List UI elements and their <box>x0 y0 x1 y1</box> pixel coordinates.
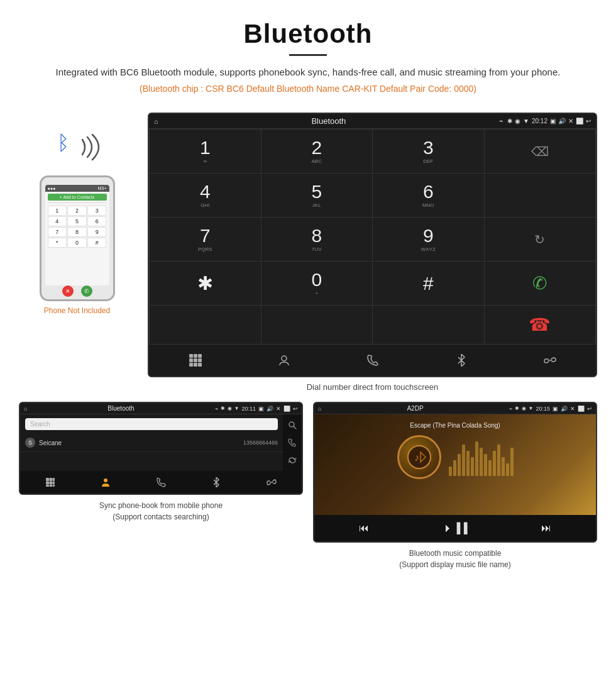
dial-window-icon[interactable]: ⬜ <box>576 118 583 124</box>
bluetooth-info: (Bluetooth chip : CSR BC6 Default Blueto… <box>13 84 603 94</box>
dial-close-icon[interactable]: ✕ <box>568 118 573 124</box>
music-next-btn[interactable]: ⏭ <box>534 520 559 536</box>
svg-rect-5 <box>198 358 202 362</box>
music-caption: Bluetooth music compatible (Support disp… <box>399 548 510 570</box>
dial-key-7[interactable]: 7 PQRS <box>150 218 261 261</box>
dial-key-6[interactable]: 6 MNO <box>373 174 484 217</box>
music-loc-icon: ◉ <box>522 406 526 411</box>
svg-rect-7 <box>194 363 197 367</box>
svg-rect-3 <box>189 358 193 362</box>
music-camera-icon[interactable]: ▣ <box>553 406 558 412</box>
dial-key-4[interactable]: 4 GHI <box>150 174 261 217</box>
dial-keypad-grid: 1 ∞ 2 ABC 3 DEF ⌫ 4 GHI <box>149 129 596 345</box>
pb-window-icon[interactable]: ⬜ <box>283 406 290 412</box>
dial-status-icons: ✱ ◉ ▼ 20:12 ▣ 🔊 ✕ ⬜ ↩ <box>507 118 591 124</box>
music-time: 20:15 <box>536 406 550 412</box>
phonebook-side-icons <box>283 414 302 471</box>
svg-rect-0 <box>189 354 193 358</box>
dial-bottom-contact-icon[interactable] <box>240 350 327 371</box>
dial-bottom-bluetooth-icon[interactable] <box>417 350 505 371</box>
music-play-pause-btn[interactable]: ⏵▐▐ <box>436 520 475 536</box>
pb-vol-icon[interactable]: 🔊 <box>267 406 273 412</box>
dial-screen: ⌂ Bluetooth ⌁ ✱ ◉ ▼ 20:12 ▣ 🔊 ✕ ⬜ ↩ <box>148 113 597 377</box>
dial-statusbar: ⌂ Bluetooth ⌁ ✱ ◉ ▼ 20:12 ▣ 🔊 ✕ ⬜ ↩ <box>149 114 596 129</box>
visualizer-bar <box>497 445 500 476</box>
music-container: ⌂ A2DP ⌁ ✱ ◉ ▼ 20:15 ▣ 🔊 ✕ ⬜ ↩ Escape (T… <box>313 402 597 570</box>
dial-volume-icon[interactable]: 🔊 <box>558 118 566 124</box>
phone-key-1: 1 <box>48 206 67 216</box>
reload-icon: ↻ <box>534 232 545 247</box>
pb-bottom-contact-active-icon[interactable] <box>78 475 133 490</box>
music-close-icon[interactable]: ✕ <box>570 406 575 412</box>
dial-key-star[interactable]: ✱ <box>150 262 261 305</box>
pb-usb-icon: ⌁ <box>215 406 218 412</box>
music-vol-icon[interactable]: 🔊 <box>561 406 568 412</box>
contact-entry-seicane[interactable]: S Seicane 13566664466 <box>20 434 283 452</box>
dial-cell-call-red[interactable]: ☎ <box>485 306 596 344</box>
pb-home-icon[interactable]: ⌂ <box>24 406 27 412</box>
visualizer-bar <box>488 460 492 476</box>
dial-cell-call-green[interactable]: ✆ <box>485 262 596 305</box>
pb-title: Bluetooth <box>30 405 212 412</box>
phone-section: ᛒ ●●●M3+ + Add to Contacts 1 2 3 4 <box>19 113 135 315</box>
dial-caption: Dial number direct from touchscreen <box>148 382 597 392</box>
visualizer-bar <box>510 448 514 476</box>
dial-usb-icon: ⌁ <box>499 117 503 125</box>
phone-key-5: 5 <box>67 216 87 226</box>
music-prev-btn[interactable]: ⏮ <box>351 520 377 536</box>
pb-bottom-phone-icon[interactable] <box>133 475 189 490</box>
dial-key-8[interactable]: 8 TUV <box>261 218 373 261</box>
phonebook-bottom-bar <box>20 471 302 494</box>
phonebook-screen: ⌂ Bluetooth ⌁ ✱ ◉ ▼ 20:11 ▣ 🔊 ✕ ⬜ ↩ Sear… <box>19 402 303 495</box>
phone-key-6: 6 <box>87 216 107 226</box>
pb-bottom-link-icon[interactable] <box>244 475 299 490</box>
visualizer-bar <box>458 454 461 476</box>
phonebook-caption-line1: Sync phone-book from mobile phone <box>99 501 223 510</box>
phone-key-0: 0 <box>67 238 87 248</box>
dial-key-2[interactable]: 2 ABC <box>261 130 373 173</box>
dial-empty-2 <box>150 306 261 344</box>
dial-camera-icon[interactable]: ▣ <box>550 118 556 124</box>
visualizer-bar <box>466 451 470 476</box>
page-title: Bluetooth <box>13 19 603 49</box>
dial-bottom-grid-icon[interactable] <box>151 350 239 371</box>
music-album-area: ♪ <box>397 435 514 479</box>
pb-call-icon[interactable] <box>284 434 300 451</box>
pb-bottom-grid-icon[interactable] <box>23 475 78 490</box>
svg-line-12 <box>294 426 296 429</box>
dial-key-3[interactable]: 3 DEF <box>373 130 484 173</box>
pb-loc-icon: ◉ <box>228 406 232 411</box>
pb-bottom-bt-icon[interactable] <box>189 475 244 490</box>
dial-key-5[interactable]: 5 JKL <box>261 174 373 217</box>
dial-key-9[interactable]: 9 WXYZ <box>373 218 484 261</box>
visualizer-bar <box>493 451 496 476</box>
pb-search-icon[interactable] <box>284 417 300 433</box>
dial-key-0[interactable]: 0 + <box>261 262 373 305</box>
dial-bottom-phone-icon[interactable] <box>329 350 416 371</box>
visualizer-bar <box>502 457 505 476</box>
svg-rect-4 <box>194 358 197 362</box>
svg-rect-18 <box>53 482 55 485</box>
dial-bottom-link-icon[interactable] <box>506 350 593 371</box>
dial-cell-backspace[interactable]: ⌫ <box>485 130 596 173</box>
pb-back-icon[interactable]: ↩ <box>293 406 298 412</box>
music-screen: ⌂ A2DP ⌁ ✱ ◉ ▼ 20:15 ▣ 🔊 ✕ ⬜ ↩ Escape (T… <box>313 402 597 543</box>
pb-reload-icon[interactable] <box>284 452 300 468</box>
music-signal-icon: ▼ <box>529 406 534 411</box>
pb-close-icon[interactable]: ✕ <box>276 406 281 412</box>
phonebook-container: ⌂ Bluetooth ⌁ ✱ ◉ ▼ 20:11 ▣ 🔊 ✕ ⬜ ↩ Sear… <box>19 402 303 570</box>
dial-key-1[interactable]: 1 ∞ <box>150 130 261 173</box>
dial-location-icon: ◉ <box>515 118 520 124</box>
phonebook-body: Search S Seicane 13566664466 <box>20 414 302 471</box>
dial-key-hash[interactable]: # <box>373 262 484 305</box>
music-back-icon[interactable]: ↩ <box>587 406 592 412</box>
dial-cell-reload[interactable]: ↻ <box>485 218 596 261</box>
phonebook-search-bar[interactable]: Search <box>25 418 278 430</box>
dial-home-icon[interactable]: ⌂ <box>154 118 158 125</box>
phone-key-7: 7 <box>48 227 67 237</box>
svg-text:♪: ♪ <box>414 452 419 463</box>
music-window-icon[interactable]: ⬜ <box>578 406 585 412</box>
dial-back-icon[interactable]: ↩ <box>586 118 591 124</box>
music-home-icon[interactable]: ⌂ <box>318 406 321 412</box>
pb-camera-icon[interactable]: ▣ <box>258 406 264 412</box>
